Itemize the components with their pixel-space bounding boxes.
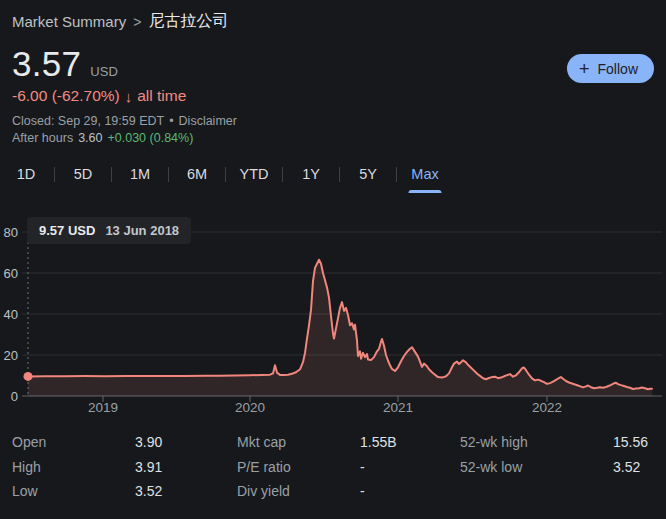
- stat-value: 3.52: [613, 459, 640, 475]
- stat-row: High3.91: [12, 455, 237, 480]
- closed-text: Closed: Sep 29, 19:59 EDT: [12, 114, 164, 128]
- stat-value: 15.56: [613, 434, 648, 450]
- dot-separator: •: [169, 114, 173, 128]
- stat-row: Low3.52: [12, 479, 237, 504]
- after-hours-price: 3.60: [78, 131, 102, 145]
- breadcrumb-separator: >: [133, 14, 141, 30]
- tab-5d[interactable]: 5D: [63, 162, 103, 190]
- x-axis-label: 2022: [532, 400, 562, 415]
- stat-label: Div yield: [237, 483, 360, 499]
- change-amount: -6.00 (-62.70%): [12, 87, 120, 105]
- plus-icon: +: [579, 60, 590, 78]
- stat-label: Open: [12, 434, 135, 450]
- tab-5y[interactable]: 5Y: [348, 162, 388, 190]
- tab-divider: [396, 167, 397, 182]
- tab-6m[interactable]: 6M: [177, 162, 217, 190]
- stat-row: Mkt cap1.55B: [237, 430, 460, 455]
- stat-value: 3.52: [135, 483, 162, 499]
- x-axis-label: 2021: [383, 400, 413, 415]
- tab-ytd[interactable]: YTD: [234, 162, 274, 190]
- disclaimer-link[interactable]: Disclaimer: [179, 114, 237, 128]
- after-hours-change: +0.030 (0.84%): [107, 131, 193, 145]
- stat-value: 3.90: [135, 434, 162, 450]
- tooltip-date: 13 Jun 2018: [105, 223, 179, 238]
- after-hours-row: After hours 3.60 +0.030 (0.84%): [12, 131, 193, 145]
- follow-button-label: Follow: [598, 61, 638, 77]
- tab-divider: [339, 167, 340, 182]
- tab-divider: [225, 167, 226, 182]
- stats-column: 52-wk high15.5652-wk low3.52: [460, 430, 666, 504]
- tab-divider: [54, 167, 55, 182]
- stat-row: 52-wk high15.56: [460, 430, 666, 455]
- finance-summary-panel: Market Summary > 尼古拉公司 3.57 USD + Follow…: [0, 0, 666, 519]
- stat-label: P/E ratio: [237, 459, 360, 475]
- stat-label: Low: [12, 483, 135, 499]
- stat-value: -: [360, 459, 365, 475]
- stat-label: 52-wk low: [460, 459, 613, 475]
- price-change: -6.00 (-62.70%) ↓ all time: [12, 87, 186, 105]
- change-period: all time: [137, 87, 186, 105]
- company-name: 尼古拉公司: [148, 11, 228, 32]
- range-tab-bar: 1D5D1M6MYTD1Y5YMax: [6, 161, 445, 191]
- tooltip-value: 9.57 USD: [39, 223, 95, 238]
- currency-label: USD: [90, 64, 117, 79]
- stat-row: 52-wk low3.52: [460, 455, 666, 480]
- stat-value: 3.91: [135, 459, 162, 475]
- key-stats: Open3.90High3.91Low3.52Mkt cap1.55BP/E r…: [12, 430, 666, 504]
- y-axis-label: 20: [4, 348, 18, 363]
- y-axis-label: 80: [4, 225, 18, 240]
- current-price: 3.57: [12, 44, 81, 84]
- tab-max[interactable]: Max: [405, 162, 445, 190]
- market-status: Closed: Sep 29, 19:59 EDT • Disclaimer: [12, 114, 237, 128]
- tab-divider: [111, 167, 112, 182]
- stat-row: Div yield-: [237, 479, 460, 504]
- tab-divider: [168, 167, 169, 182]
- breadcrumb: Market Summary > 尼古拉公司: [12, 11, 228, 32]
- stats-column: Mkt cap1.55BP/E ratio-Div yield-: [237, 430, 460, 504]
- x-axis-label: 2020: [235, 400, 265, 415]
- stat-value: -: [360, 483, 365, 499]
- price-chart[interactable]: 0204060802019202020212022 9.57 USD 13 Ju…: [0, 210, 666, 420]
- stat-row: P/E ratio-: [237, 455, 460, 480]
- tab-divider: [282, 167, 283, 182]
- y-axis-label: 0: [11, 389, 18, 404]
- stat-label: Mkt cap: [237, 434, 360, 450]
- after-hours-label: After hours: [12, 131, 73, 145]
- price-row: 3.57 USD: [12, 44, 118, 84]
- arrow-down-icon: ↓: [125, 88, 133, 105]
- stat-row: Open3.90: [12, 430, 237, 455]
- breadcrumb-market-summary[interactable]: Market Summary: [12, 13, 126, 30]
- y-axis-label: 60: [4, 266, 18, 281]
- hover-dot: [24, 372, 33, 381]
- tab-1y[interactable]: 1Y: [291, 162, 331, 190]
- stats-column: Open3.90High3.91Low3.52: [12, 430, 237, 504]
- tab-1m[interactable]: 1M: [120, 162, 160, 190]
- stat-label: High: [12, 459, 135, 475]
- y-axis-label: 40: [4, 307, 18, 322]
- stat-value: 1.55B: [360, 434, 397, 450]
- x-axis-label: 2019: [88, 400, 118, 415]
- follow-button[interactable]: + Follow: [567, 54, 654, 83]
- chart-tooltip: 9.57 USD 13 Jun 2018: [27, 217, 191, 244]
- stat-label: 52-wk high: [460, 434, 613, 450]
- tab-1d[interactable]: 1D: [6, 162, 46, 190]
